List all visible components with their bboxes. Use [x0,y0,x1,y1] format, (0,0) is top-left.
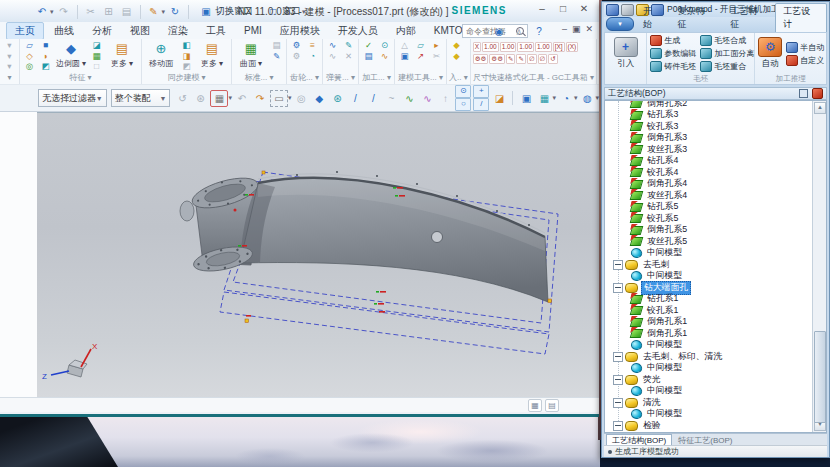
sew-icon[interactable]: ✎ [269,51,284,62]
gc-tool-chip[interactable]: 1.00 [500,42,517,52]
undo-icon[interactable]: ↶ [34,4,50,19]
check-icon[interactable]: ✓ [361,40,376,51]
tree-item[interactable]: 中间模型 [605,340,813,352]
gc-tool-chip[interactable]: 1.00 [517,42,534,52]
model-view-icon[interactable]: ▦ [528,399,542,412]
pin-icon[interactable] [799,89,808,98]
datum-plane-icon[interactable]: ◇ [22,51,37,62]
dropdown-arrow-icon[interactable]: ▾ [288,94,292,102]
gc-tool-chip[interactable]: ∅ [527,54,537,64]
edge-blend-button[interactable]: ◆边倒圆 ▾ [54,40,88,69]
sketch-icon[interactable]: ▱ [22,40,37,51]
gc-tool-chip[interactable]: ⚙⚙ [489,54,505,64]
next-select-icon[interactable]: ↷ [252,91,268,106]
tree-item[interactable]: 去毛刺、标印、清洗 [605,351,813,363]
km-tab-复杂特征[interactable]: 复杂特征 [670,3,722,32]
segment-icon[interactable]: / [365,91,381,106]
pattern-icon[interactable]: ▦ [89,51,104,62]
scroll-up-icon[interactable]: ▲ [814,102,826,114]
help-icon[interactable]: ? [531,24,547,39]
spring-draw-icon[interactable]: ∿ [325,51,340,62]
snap-point-icon[interactable]: ⊛ [329,91,345,106]
extrude-icon[interactable]: ■ [38,40,53,51]
plane-tool-icon[interactable]: ▱ [413,40,428,51]
delete-face-icon[interactable]: ◩ [179,61,194,72]
vector-up-icon[interactable]: ↑ [437,91,453,106]
blank-casting-button[interactable]: 铸件毛坯 [650,61,696,72]
dropdown-arrow-icon[interactable]: ▾ [552,94,556,102]
auto-infer-button[interactable]: ⚙ 自动 [757,37,783,70]
collapse-icon[interactable] [613,283,623,293]
window-style-icon[interactable]: ◉ [491,24,507,39]
semi-auto-button[interactable]: 半自动 [786,42,824,53]
maximize-icon[interactable]: □ [556,3,570,14]
revolve-icon[interactable]: ◗ [38,51,53,62]
nx-tab-内部[interactable]: 内部 [388,23,424,39]
spring-icon[interactable]: ∿ [325,40,340,51]
close-icon[interactable]: ✕ [577,3,591,14]
new-doc-icon[interactable] [621,4,634,16]
nx-tab-工具[interactable]: 工具 [198,23,234,39]
tree-item[interactable]: 钻大端面孔 [605,282,813,294]
solid-body-icon[interactable]: ◆ [311,91,327,106]
tree-item[interactable]: 铰孔系1 [605,305,813,317]
notes-icon[interactable]: ▤ [361,51,376,62]
probe-icon[interactable]: ⊙ [377,40,392,51]
km-tab-工艺特征[interactable]: 工艺特征 [723,3,775,32]
rack-icon[interactable]: ≡ [305,40,320,51]
gc-tool-chip[interactable]: ↺ [548,54,557,64]
wave-icon[interactable]: ∿ [377,51,392,62]
tag-icon[interactable]: ▸ [429,40,444,51]
move-face-button[interactable]: ⊕移动面 [144,40,178,69]
offset-face-icon[interactable]: ◨ [179,51,194,62]
measure-icon[interactable]: ▣ [397,51,412,62]
gc-tool-chip[interactable]: 1.00 [535,42,552,52]
blank-merge-button[interactable]: 毛坯合成 [700,35,754,46]
tree-item[interactable]: 清洗 [605,397,813,409]
selection-filter-dropdown[interactable]: 无选择过滤器▼ [38,89,107,107]
gear-icon[interactable]: ⚙ [289,40,304,51]
refresh-icon[interactable]: ↻ [167,4,183,19]
axis-tool-icon[interactable]: ↗ [413,51,428,62]
trim-body-icon[interactable]: ◪ [89,40,104,51]
grid-snap-icon[interactable]: ▦ [210,90,228,107]
scroll-thumb[interactable] [814,331,826,423]
tree-scrollbar[interactable]: ▲ ▼ [812,101,826,432]
tree-item[interactable]: 攻丝孔系5 [605,236,813,248]
gc-tool-chip[interactable]: ✎ [516,54,525,64]
snap-star-icon[interactable]: ⊛ [192,91,208,106]
quadrant-icon[interactable]: ◪ [491,91,507,106]
spline-icon[interactable]: ∿ [401,91,417,106]
dropdown-arrow-icon[interactable]: ▾ [162,8,166,16]
nx-tab-渲染[interactable]: 渲染 [160,23,196,39]
yellow-part-icon[interactable]: ◆ [449,40,464,51]
shell-icon[interactable]: □ [89,61,104,72]
doc-restore-icon[interactable]: ▣ [572,24,581,34]
hole-icon[interactable]: ◎ [22,61,37,72]
clean-icon[interactable]: ✂ [429,51,444,62]
polyline-icon[interactable]: ∿ [419,91,435,106]
render-style-icon[interactable]: ◍ [579,91,595,106]
nx-tab-视图[interactable]: 视图 [122,23,158,39]
blank-param-edit-button[interactable]: 参数编辑 [650,48,696,59]
gear-pair-icon[interactable]: ⚙ [289,51,304,62]
gc-tool-chip[interactable]: 1.00 [482,42,499,52]
cut-icon[interactable]: ✂ [83,4,99,19]
panel-close-icon[interactable] [812,88,823,99]
collapse-icon[interactable] [613,260,623,270]
format-brush-icon[interactable]: ✎ [146,4,162,19]
doc-close-icon[interactable]: ✕ [585,24,593,34]
tree-item[interactable]: 攻丝孔系3 [605,144,813,156]
expand-row-icon[interactable]: ▾ [2,61,17,72]
triangle-icon[interactable]: △ [397,40,412,51]
tree-item[interactable]: 荧光 [605,374,813,386]
rect-select-icon[interactable]: ▭ [270,90,288,107]
dropdown-arrow-icon[interactable]: ▾ [50,8,54,16]
import-button[interactable]: + 引入 [607,37,645,70]
tree-item[interactable]: 去毛刺 [605,259,813,271]
blank-generate-button[interactable]: 生成 [650,35,696,46]
midpoint-toggle[interactable]: +/ [473,85,489,111]
tree-item[interactable]: 中间模型 [605,363,813,375]
tree-item[interactable]: 铰孔系4 [605,167,813,179]
replace-face-icon[interactable]: ◧ [179,40,194,51]
